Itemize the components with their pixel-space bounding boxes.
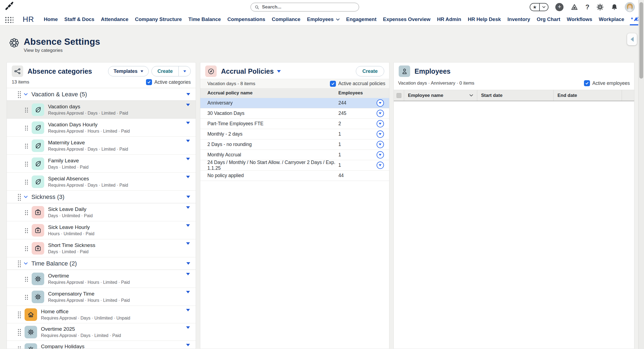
drag-handle-icon[interactable] [17, 193, 21, 201]
user-avatar[interactable] [625, 2, 635, 12]
category-item[interactable]: Maternity Leave Requires Approval · Days… [7, 137, 196, 155]
row-dropdown-icon[interactable] [186, 242, 190, 245]
accrual-row[interactable]: No policy applied 44 [200, 171, 389, 181]
row-dropdown-icon[interactable] [186, 176, 190, 178]
nav-item-hr-admin[interactable]: HR Admin [437, 16, 461, 22]
category-group[interactable]: Vacation & Leave (5) [7, 88, 196, 101]
row-dropdown-icon[interactable] [186, 224, 190, 227]
active-policies-filter[interactable]: Active accrual policies [330, 81, 385, 87]
chevron-down-icon[interactable] [24, 196, 28, 198]
drag-handle-icon[interactable] [17, 346, 21, 349]
drag-handle-icon[interactable] [24, 228, 28, 233]
category-item[interactable]: Sick Leave Hourly Hours · Unlimited · Pa… [7, 221, 196, 239]
category-item[interactable]: Family Leave Days · Limited · Paid [7, 155, 196, 173]
category-item[interactable]: Home office Requires Approval · Days · U… [7, 306, 196, 323]
accrual-row[interactable]: Monthly Accrual 1 [200, 150, 389, 160]
column-employee-name[interactable]: Employee name [404, 90, 477, 101]
nav-item-inventory[interactable]: Inventory [507, 16, 530, 22]
category-group[interactable]: Sickness (3) [7, 191, 196, 203]
row-dropdown-icon[interactable] [186, 291, 190, 293]
category-group[interactable]: Time Balance (2) [7, 257, 196, 270]
nav-item-workflows[interactable]: Workflows [567, 16, 592, 22]
nav-item-hr-help-desk[interactable]: HR Help Desk [468, 16, 501, 22]
nav-item-staff-docs[interactable]: Staff & Docs [64, 16, 94, 22]
column-end-date[interactable]: End date [554, 90, 622, 101]
nav-item-employees[interactable]: Employees [307, 16, 340, 22]
category-item[interactable]: Sick Leave Daily Days · Unlimited · Paid [7, 203, 196, 221]
nav-item-org-chart[interactable]: Org Chart [537, 16, 560, 22]
drag-handle-icon[interactable] [24, 125, 28, 130]
panel-dropdown-icon[interactable] [277, 70, 281, 73]
create-split-button[interactable]: Create [151, 66, 191, 76]
accrual-row[interactable]: Monthly - 2 days 1 [200, 129, 389, 139]
category-item[interactable]: Overtime 2025 Requires Approval · Days ·… [7, 323, 196, 341]
column-start-date[interactable]: Start date [477, 90, 554, 101]
active-categories-filter[interactable]: Active categories [146, 79, 191, 85]
drag-handle-icon[interactable] [24, 161, 28, 166]
category-item[interactable]: Compensatory Time Requires Approval · Ho… [7, 288, 196, 306]
row-actions-button[interactable] [377, 110, 384, 117]
group-dropdown-icon[interactable] [186, 262, 190, 265]
active-employees-filter[interactable]: Active employees [584, 80, 630, 86]
create-dropdown[interactable] [178, 66, 190, 76]
chevron-down-icon[interactable] [24, 262, 28, 265]
category-item[interactable]: Company Holidays Days · Limited · Paid [7, 341, 196, 349]
search-bar[interactable] [251, 3, 359, 11]
category-item[interactable]: Vacation days Requires Approval · Days ·… [7, 101, 196, 119]
nav-item-compliance[interactable]: Compliance [272, 16, 300, 22]
row-actions-button[interactable] [377, 120, 384, 127]
chevron-down-icon[interactable] [24, 93, 28, 96]
help-icon[interactable]: ? [585, 3, 589, 11]
nav-item-company-structure[interactable]: Company Structure [135, 16, 182, 22]
row-dropdown-icon[interactable] [186, 140, 190, 142]
favorites-split-button[interactable]: ★ [530, 3, 548, 11]
drag-handle-icon[interactable] [17, 260, 21, 267]
nav-item-home[interactable]: Home [44, 16, 58, 22]
nav-item-time-balance[interactable]: Time Balance [188, 16, 221, 22]
drag-handle-icon[interactable] [24, 107, 28, 112]
row-actions-button[interactable] [377, 99, 384, 107]
favorites-dropdown[interactable] [539, 4, 548, 11]
row-dropdown-icon[interactable] [186, 122, 190, 124]
accrual-row[interactable]: 24 Days / Monthly / No Start Allow. / Ca… [200, 160, 389, 171]
checkbox-checked[interactable] [146, 79, 152, 85]
row-actions-button[interactable] [377, 162, 384, 169]
collapse-panel-button[interactable] [627, 33, 637, 45]
checkbox-checked[interactable] [330, 81, 336, 87]
group-dropdown-icon[interactable] [186, 93, 190, 96]
settings-gear-icon[interactable] [596, 3, 604, 11]
row-dropdown-icon[interactable] [186, 104, 190, 106]
row-actions-button[interactable] [377, 151, 384, 159]
accrual-row[interactable]: 30 Vacation Days 245 [200, 108, 389, 119]
drag-handle-icon[interactable] [24, 143, 28, 148]
category-item[interactable]: Short Time Sickness Days · Limited · Pai… [7, 239, 196, 257]
nav-item-engagement[interactable]: Engagement [346, 16, 377, 22]
category-item[interactable]: Overtime Requires Approval · Hours · Lim… [7, 270, 196, 288]
accrual-row[interactable]: Part-Time Employees FTE 2 [200, 119, 389, 129]
drag-handle-icon[interactable] [24, 276, 28, 282]
lanteria-icon[interactable] [570, 3, 579, 11]
group-dropdown-icon[interactable] [186, 196, 190, 198]
nav-item-attendance[interactable]: Attendance [101, 16, 129, 22]
nav-item-workplace[interactable]: Workplace [599, 16, 624, 22]
accrual-row[interactable]: 2 Days - no rounding 1 [200, 139, 389, 150]
row-dropdown-icon[interactable] [186, 158, 190, 160]
app-logo[interactable] [4, 1, 15, 13]
row-actions-button[interactable] [377, 130, 384, 138]
notifications-bell-icon[interactable] [611, 4, 618, 11]
drag-handle-icon[interactable] [24, 246, 28, 251]
search-input[interactable] [262, 4, 355, 10]
category-item[interactable]: Special Absences Requires Approval · Day… [7, 173, 196, 191]
drag-handle-icon[interactable] [24, 179, 28, 184]
vertical-scrollbar[interactable] [638, 0, 644, 349]
scrollbar-thumb[interactable] [639, 2, 643, 79]
portal-label[interactable]: HR [23, 15, 34, 24]
checkbox-checked[interactable] [584, 80, 590, 86]
drag-handle-icon[interactable] [24, 294, 28, 300]
star-icon[interactable]: ★ [530, 4, 539, 11]
row-dropdown-icon[interactable] [186, 273, 190, 275]
app-launcher-icon[interactable] [4, 16, 13, 23]
category-item[interactable]: Vacation Days Hourly Requires Approval ·… [7, 119, 196, 137]
row-dropdown-icon[interactable] [186, 326, 190, 329]
templates-button[interactable]: Templates [108, 66, 149, 76]
